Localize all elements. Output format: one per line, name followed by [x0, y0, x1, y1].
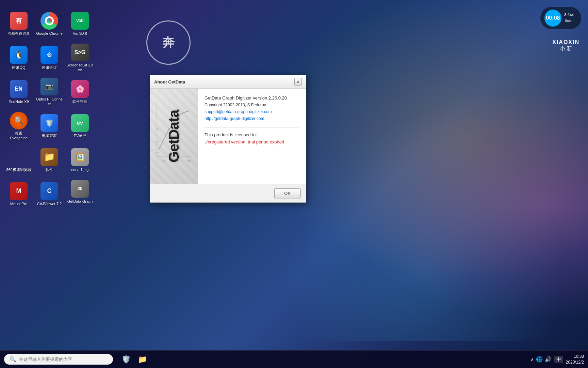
- version-text: GetData Graph Digitizer version 2.26.0.2…: [205, 95, 299, 101]
- licensed-label: This product is licensed to:: [205, 132, 299, 137]
- website-link[interactable]: http://getdata-graph-digitizer.com: [205, 116, 299, 121]
- tray-volume-icon[interactable]: 🔊: [545, 356, 552, 363]
- taskbar-defender-icon[interactable]: 🛡️: [118, 352, 133, 367]
- dialog-close-button[interactable]: ×: [294, 78, 302, 86]
- dialog-divider: [205, 127, 299, 127]
- logo-text: GetData: [166, 110, 182, 163]
- dialog-body: 10 20 30 10 20 30 GetData GetData Graph …: [150, 89, 306, 184]
- tray-arrow[interactable]: ∧: [530, 357, 534, 362]
- tray-network-icon: 🌐: [536, 356, 543, 363]
- clock-display: 10:38 2020/12/2: [566, 354, 584, 365]
- modal-overlay: About GetData × 10 20 30 10: [0, 0, 588, 368]
- ime-indicator[interactable]: 中: [554, 356, 563, 363]
- dialog-titlebar: About GetData ×: [150, 75, 306, 89]
- dialog-title: About GetData: [154, 79, 185, 85]
- about-dialog: About GetData × 10 20 30 10: [150, 75, 306, 203]
- svg-text:30: 30: [156, 127, 159, 130]
- clock-date: 2020/12/2: [566, 359, 584, 365]
- ok-button[interactable]: OK: [274, 188, 300, 198]
- dialog-content: GetData Graph Digitizer version 2.26.0.2…: [198, 89, 306, 184]
- taskbar: 🔍 在这里输入你要搜索的内容 🛡️ 📁 ∧ 🌐 🔊 中 10:38: [0, 350, 588, 368]
- taskbar-icon-area: 🛡️ 📁: [118, 352, 150, 367]
- dialog-logo: 10 20 30 10 20 30 GetData: [150, 89, 198, 184]
- desktop: 奔 00:08 3.4k/s 1k/s XIAOXIN 小 新 有 网易有道词典: [0, 0, 588, 368]
- system-tray: ∧ 🌐 🔊: [530, 356, 552, 363]
- svg-text:20: 20: [156, 141, 159, 144]
- dialog-footer: OK: [150, 184, 306, 202]
- taskbar-search[interactable]: 🔍 在这里输入你要搜索的内容: [4, 354, 113, 365]
- taskbar-search-text: 在这里输入你要搜索的内容: [19, 356, 72, 363]
- taskbar-explorer-icon[interactable]: 📁: [135, 352, 150, 367]
- svg-text:10: 10: [156, 152, 159, 155]
- taskbar-right: ∧ 🌐 🔊 中 10:38 2020/12/2: [530, 354, 588, 365]
- email-link[interactable]: support@getdata-graph-digitizer.com: [205, 109, 299, 114]
- svg-text:30: 30: [187, 159, 191, 163]
- copyright-text: Copyright ?2002-2013, S.Fedorov: [205, 103, 299, 107]
- svg-text:10: 10: [162, 159, 165, 163]
- clock-time: 10:38: [566, 354, 584, 359]
- taskbar-search-icon: 🔍: [10, 356, 16, 363]
- license-status: Unregistered version, trial period expir…: [205, 139, 299, 144]
